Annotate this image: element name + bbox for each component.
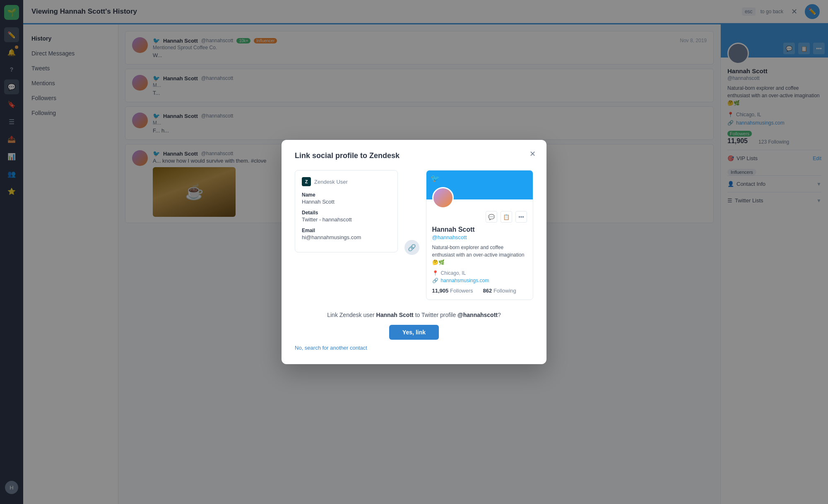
zendesk-details-label: Details — [302, 210, 391, 216]
twitter-profile-card: 🐦 💬 📋 ••• Hannah Scott @hannahscott Natu… — [426, 170, 533, 300]
tw-followers-label: Followers — [450, 288, 473, 294]
tw-clipboard-button[interactable]: 📋 — [501, 211, 512, 223]
twitter-card-avatar — [432, 187, 454, 209]
twitter-profile-handle: @hannahscott — [432, 234, 527, 240]
tw-following-stat: 862 Following — [483, 288, 516, 294]
link-text-middle: to Twitter profile — [414, 312, 457, 318]
zendesk-icon: Z — [302, 177, 311, 186]
tw-chat-button[interactable]: 💬 — [486, 211, 497, 223]
tw-following-count: 862 — [483, 288, 492, 294]
no-search-link[interactable]: No, search for another contact — [295, 345, 533, 351]
link-text-suffix: ? — [498, 312, 501, 318]
twitter-card-actions: 💬 📋 ••• — [432, 211, 527, 223]
link-text-twitter-handle: @hannahscott — [457, 312, 498, 318]
link-text-zendesk-name: Hannah Scott — [376, 312, 414, 318]
tw-more-button[interactable]: ••• — [515, 211, 527, 223]
zendesk-email-value: hi@hannahmusings.com — [302, 234, 391, 240]
tw-followers-stat: 11,905 Followers — [432, 288, 473, 294]
zendesk-name-field: Name Hannah Scott — [302, 192, 391, 205]
tw-location-icon: 📍 — [432, 270, 438, 276]
zendesk-card: Z Zendesk User Name Hannah Scott Details… — [295, 170, 398, 252]
modal-link-confirmation-text: Link Zendesk user Hannah Scott to Twitte… — [295, 312, 533, 318]
link-center-icon: 🔗 — [404, 240, 419, 255]
modal-title: Link social profile to Zendesk — [295, 151, 533, 160]
tw-followers-count: 11,905 — [432, 288, 449, 294]
zendesk-details-value: Twitter - hannahscott — [302, 216, 391, 223]
zendesk-card-header: Z Zendesk User — [302, 177, 391, 186]
zendesk-name-value: Hannah Scott — [302, 199, 391, 205]
zendesk-user-label: Zendesk User — [314, 179, 348, 185]
twitter-profile-website: 🔗 hannahsmusings.com — [432, 278, 527, 283]
twitter-profile-name: Hannah Scott — [432, 226, 527, 233]
tw-website-link[interactable]: hannahsmusings.com — [441, 278, 489, 283]
zendesk-details-field: Details Twitter - hannahscott — [302, 210, 391, 223]
twitter-bird-icon: 🐦 — [431, 174, 440, 183]
twitter-profile-stats: 11,905 Followers 862 Following — [432, 288, 527, 294]
tw-link-icon: 🔗 — [432, 278, 438, 283]
modal-close-button[interactable]: ✕ — [527, 148, 538, 160]
zendesk-name-label: Name — [302, 192, 391, 198]
zendesk-email-label: Email — [302, 228, 391, 233]
yes-link-button[interactable]: Yes, link — [389, 325, 439, 340]
link-text-prefix: Link Zendesk user — [327, 312, 376, 318]
zendesk-email-field: Email hi@hannahmusings.com — [302, 228, 391, 240]
link-zendesk-modal: Link social profile to Zendesk ✕ Z Zende… — [282, 140, 546, 364]
twitter-profile-location: 📍 Chicago, IL — [432, 270, 527, 276]
twitter-profile-bio: Natural-born explorer and coffee enthusi… — [432, 244, 527, 266]
tw-location-text: Chicago, IL — [441, 270, 466, 276]
twitter-card-body: 💬 📋 ••• Hannah Scott @hannahscott Natura… — [426, 199, 533, 300]
modal-overlay: Link social profile to Zendesk ✕ Z Zende… — [0, 0, 828, 504]
twitter-card-header: 🐦 — [426, 170, 533, 199]
modal-cards: Z Zendesk User Name Hannah Scott Details… — [295, 170, 533, 300]
tw-following-label: Following — [493, 288, 516, 294]
